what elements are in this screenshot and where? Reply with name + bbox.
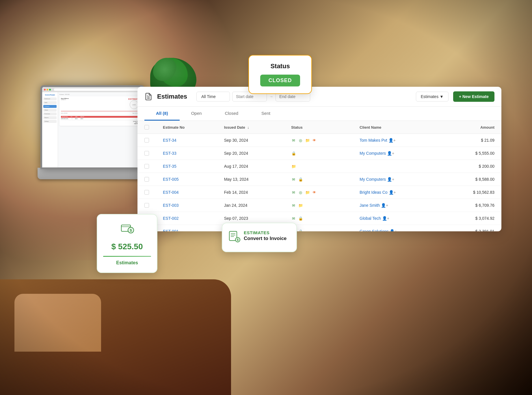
- client-user-icon: 👤+: [387, 151, 394, 156]
- client-user-icon: 👤+: [389, 190, 396, 195]
- folder-blue-icon: 📁: [298, 203, 303, 208]
- open-circle-icon: ◎: [298, 190, 303, 195]
- laptop-screen: InvoiceTemple Dashboard Sales Estimates …: [40, 85, 144, 169]
- lock-icon: 🔒: [298, 177, 303, 182]
- status-card: Status CLOSED: [248, 55, 312, 94]
- tab-bar: All (8) Open Closed Sent: [137, 107, 501, 121]
- row-checkbox[interactable]: [144, 190, 149, 195]
- filter-button[interactable]: Estimates ▼: [416, 92, 449, 101]
- table-row: EST-003 Jan 24, 2024 ✉ 📁 Jane Smith👤+ $ …: [137, 199, 501, 212]
- col-estimate-no: Estimate No: [156, 121, 217, 134]
- table-row: EST-004 Feb 14, 2024 ✉ ◎ 📁 👁 Bright Idea…: [137, 186, 501, 199]
- issued-date-est35: Aug 17, 2024: [217, 160, 284, 173]
- open-circle-icon: ◎: [298, 138, 303, 143]
- client-link-est005[interactable]: My Computers: [360, 177, 386, 182]
- table-row: EST-33 Sep 20, 2024 🔒 My Computers👤+ $ 5…: [137, 147, 501, 160]
- panel-title: Estimates: [157, 93, 187, 100]
- tab-open[interactable]: Open: [180, 107, 213, 121]
- estimate-link-est005[interactable]: EST-005: [163, 177, 178, 182]
- estimate-link-est003[interactable]: EST-003: [163, 203, 178, 208]
- client-user-icon: 👤+: [387, 177, 394, 182]
- table-row: EST-005 May 13, 2024 ✉ 🔒 My Computers👤+ …: [137, 173, 501, 186]
- tab-closed[interactable]: Closed: [213, 107, 250, 121]
- table-row: EST-35 Aug 17, 2024 📁 $ 200.00: [137, 160, 501, 173]
- estimate-link-est34[interactable]: EST-34: [163, 138, 176, 143]
- convert-invoice-icon: $: [228, 230, 240, 245]
- estimate-link-est001[interactable]: EST-001: [163, 229, 178, 231]
- sort-icon: ↓: [247, 125, 249, 130]
- estimates-table-body: EST-34 Sep 30, 2024 ✉ ◎ 📁 👁 Tom Makes Pv…: [137, 134, 501, 232]
- time-period-select[interactable]: All Time This Month Last Month This Year: [196, 92, 230, 101]
- tab-sent[interactable]: Sent: [250, 107, 282, 121]
- amount-est34: $ 21.09: [441, 134, 501, 147]
- convert-card-content: $ ESTIMATES Convert to Invoice: [228, 230, 291, 245]
- email-icon: ✉: [291, 190, 296, 195]
- table-row: EST-001 Sep 07, 2023 ✉ 🔒 Green Solutions…: [137, 225, 501, 232]
- issued-date-est003: Jan 24, 2024: [217, 199, 284, 212]
- status-icons-est002: ✉ 🔒: [291, 216, 346, 221]
- email-icon: ✉: [291, 177, 296, 182]
- row-checkbox[interactable]: [144, 138, 149, 143]
- client-link-est33[interactable]: My Computers: [360, 151, 386, 156]
- client-link-est004[interactable]: Bright Ideas Co: [360, 190, 388, 195]
- status-icons-est003: ✉ 📁: [291, 203, 346, 208]
- svg-text:$: $: [237, 238, 239, 241]
- lock-icon: 🔒: [298, 216, 303, 221]
- select-all-checkbox[interactable]: [144, 125, 149, 130]
- status-icons-est001: ✉ 🔒: [291, 229, 346, 231]
- email-icon: ✉: [291, 138, 296, 143]
- col-amount: Amount: [441, 121, 501, 134]
- row-checkbox[interactable]: [144, 177, 149, 182]
- amount-est003: $ 6,709.76: [441, 199, 501, 212]
- client-user-icon: 👤+: [382, 216, 389, 221]
- status-badge-closed: CLOSED: [260, 75, 300, 86]
- lock-icon: 🔒: [291, 151, 296, 156]
- convert-card-top-text: ESTIMATES: [244, 230, 291, 235]
- folder-icon: 📁: [305, 138, 310, 143]
- convert-card: $ ESTIMATES Convert to Invoice: [222, 223, 297, 252]
- amount-est005: $ 8,588.00: [441, 173, 501, 186]
- table-header-row: Estimate No Issued Date ↓ Status Client …: [137, 121, 501, 134]
- new-estimate-button[interactable]: + New Estimate: [453, 91, 494, 102]
- amount-est33: $ 5,555.00: [441, 147, 501, 160]
- status-icons-est35: 📁: [291, 164, 346, 169]
- client-user-icon: 👤+: [381, 203, 388, 208]
- folder-blue-icon: 📁: [291, 164, 296, 169]
- amount-est004: $ 10,562.83: [441, 186, 501, 199]
- value-card: $ $ 525.50 Estimates: [97, 214, 157, 273]
- client-link-est34[interactable]: Tom Makes Pvt: [360, 138, 387, 143]
- estimates-table-container: Estimate No Issued Date ↓ Status Client …: [137, 121, 501, 231]
- eye-icon: 👁: [312, 190, 317, 195]
- estimate-link-est35[interactable]: EST-35: [163, 164, 176, 169]
- convert-card-text: ESTIMATES Convert to Invoice: [244, 230, 291, 241]
- eye-icon: 👁: [312, 138, 317, 143]
- col-client-name: Client Name: [353, 121, 441, 134]
- estimate-link-est002[interactable]: EST-002: [163, 216, 178, 221]
- estimates-money-icon: $: [103, 222, 151, 239]
- estimates-icon: [144, 93, 152, 101]
- row-checkbox[interactable]: [144, 203, 149, 208]
- laptop-body: [38, 168, 147, 179]
- tab-all[interactable]: All (8): [144, 107, 180, 121]
- svg-text:$: $: [130, 228, 132, 232]
- client-link-est003[interactable]: Jane Smith: [360, 203, 380, 208]
- status-icons-est004: ✉ ◎ 📁 👁: [291, 190, 346, 195]
- row-checkbox[interactable]: [144, 164, 149, 169]
- estimate-link-est33[interactable]: EST-33: [163, 151, 176, 156]
- issued-date-est004: Feb 14, 2024: [217, 186, 284, 199]
- panel-header: Estimates All Time This Month Last Month…: [137, 87, 501, 107]
- select-all-header: [137, 121, 156, 134]
- amount-est002: $ 3,074.92: [441, 212, 501, 225]
- issued-date-est005: May 13, 2024: [217, 173, 284, 186]
- person-hand: [14, 294, 101, 352]
- client-link-est002[interactable]: Global Tech: [360, 216, 381, 221]
- email-icon: ✉: [291, 203, 296, 208]
- issued-date-est34: Sep 30, 2024: [217, 134, 284, 147]
- estimates-panel: Estimates All Time This Month Last Month…: [137, 87, 501, 231]
- value-card-label: Estimates: [103, 260, 151, 265]
- estimate-link-est004[interactable]: EST-004: [163, 190, 178, 195]
- row-checkbox[interactable]: [144, 151, 149, 156]
- estimates-table: Estimate No Issued Date ↓ Status Client …: [137, 121, 501, 231]
- client-link-est001[interactable]: Green Solutions: [360, 229, 388, 231]
- value-card-divider: [103, 256, 151, 257]
